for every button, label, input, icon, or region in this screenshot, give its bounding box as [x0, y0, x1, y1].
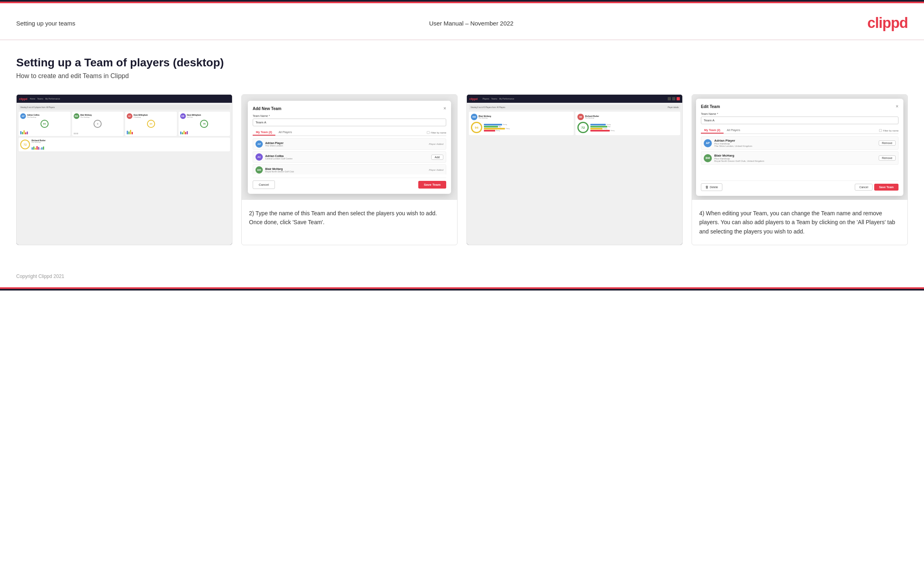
modal2-tab-myteam[interactable]: My Team (2) [253, 129, 275, 136]
card-1: clippd Home Teams My Performance Viewing… [16, 94, 232, 245]
player-info: Adrian Player The Shire London [265, 142, 426, 147]
header-section: Setting up your teams [16, 20, 75, 27]
trash-icon: 🗑 [705, 185, 709, 189]
card-2-text: 2) Type the name of this Team and then s… [242, 200, 457, 245]
page-title: Setting up a Team of players (desktop) [16, 56, 908, 69]
mini-player-card: AP Adrian Collins Plus Handicap 84 [19, 112, 70, 136]
modal4-tab-myteam[interactable]: My Team (2) [701, 127, 724, 134]
modal4-team-name-label: Team Name * [701, 112, 898, 115]
card-1-text: 1) Click on 'Teams' at the top of the sc… [17, 245, 232, 245]
mini-icon [677, 97, 680, 100]
modal2-cancel-button[interactable]: Cancel [253, 180, 275, 189]
player-avatar-4: BM [704, 154, 712, 162]
screenshot-3: clippd Players Teams My Performance View [467, 95, 682, 245]
modal2-save-button[interactable]: Save Team [418, 181, 446, 189]
mini-filter-bar-3: Viewing 6 out of 6 Players from: All Pla… [469, 105, 680, 110]
mini-nav-3: Players [483, 98, 490, 100]
modal4-close-icon[interactable]: × [896, 104, 898, 109]
modal2-player-list: AP Adrian Player The Shire London Player… [253, 138, 446, 174]
mini-logo-3: clippd [469, 98, 478, 100]
modal2-team-name-input[interactable] [253, 119, 446, 126]
modal4-player-row: BM Blair McHarg Plus Handicap Royal Nort… [701, 151, 898, 165]
bottom-accent-bar [0, 287, 924, 291]
mini-nav-item: Home [30, 98, 35, 100]
screenshot-1: clippd Home Teams My Performance Viewing… [17, 95, 232, 245]
mini-player-card: BM Blair McHarg Plus Handicap 0 [72, 112, 124, 136]
mini-player-card-3: RB Richard Butler Plus Handicap 72 [575, 112, 680, 135]
player-avatar-4: AP [704, 139, 712, 147]
mini-nav-3: My Performance [499, 98, 514, 100]
card-2: Add New Team × Team Name * My Team (2) A… [241, 94, 458, 245]
modal4-player-list: AP Adrian Player Plus Handicap The Shire… [701, 136, 898, 177]
mini-player-card: DB Dave Billingham Golf Club 78 [179, 112, 230, 136]
player-avatar: AP [255, 140, 263, 148]
mini-icon [672, 97, 675, 100]
screenshot-2: Add New Team × Team Name * My Team (2) A… [242, 95, 457, 200]
page-subtitle: How to create and edit Teams in Clippd [16, 72, 908, 80]
modal2-player-row: AC Adrian Coliba Central London Golf Cen… [253, 151, 446, 163]
mini-player-card: AC Dave Billingham 5 Handicap 94 [125, 112, 177, 136]
modal4-delete-button[interactable]: 🗑 Delete [701, 183, 722, 191]
modal4-filter-label: Filter by name [883, 129, 898, 132]
modal2-player-row: BM Blair McHarg Royal North Devon Golf C… [253, 164, 446, 174]
player-avatar: BM [255, 166, 263, 174]
copyright-text: Copyright Clippd 2021 [16, 274, 64, 279]
player-info: Adrian Coliba Central London Golf Centre [265, 155, 429, 160]
modal4-team-name-input[interactable] [701, 117, 898, 124]
player-info: Blair McHarg Royal North Devon Golf Club [265, 168, 426, 173]
modal2-close-icon[interactable]: × [443, 106, 446, 111]
modal4-save-button[interactable]: Save Team [874, 184, 898, 191]
cards-grid: clippd Home Teams My Performance Viewing… [16, 94, 908, 245]
player-add-button[interactable]: Add [431, 155, 443, 160]
card-3: clippd Players Teams My Performance View [466, 94, 683, 245]
mini-nav-item: Teams [37, 98, 43, 100]
mini-filter-bar: Viewing 6 out of 6 players from: All Pla… [19, 105, 230, 110]
modal4-title: Edit Team [701, 104, 720, 109]
modal2-team-name-label: Team Name * [253, 115, 446, 117]
player-remove-button[interactable]: Remove [879, 140, 896, 146]
mini-logo: clippd [19, 98, 28, 100]
mini-player-card-3: BM Blair McHarg Plus Handicap 94 [469, 112, 574, 135]
mini-nav-3: Teams [491, 98, 497, 100]
header-title: User Manual – November 2022 [429, 20, 513, 27]
mini-nav-item: My Performance [45, 98, 60, 100]
mini-icon [668, 97, 671, 100]
modal4-player-row: AP Adrian Player Plus Handicap The Shire… [701, 136, 898, 150]
modal2-title: Add New Team [253, 106, 281, 111]
player-info-4: Adrian Player Plus Handicap The Shire Lo… [714, 139, 876, 147]
modal4-cancel-button[interactable]: Cancel [855, 184, 873, 191]
clippd-logo: clippd [867, 15, 908, 32]
player-remove-button[interactable]: Remove [879, 155, 896, 161]
card-3-text: 3) This Team will then be created. You c… [467, 245, 682, 245]
modal4-tab-allplayers[interactable]: All Players [724, 127, 743, 134]
player-info-4: Blair McHarg Plus Handicap Royal North D… [714, 154, 876, 162]
card-4: Edit Team × Team Name * My Team (2) All … [692, 94, 908, 245]
player-avatar: AC [255, 153, 263, 161]
modal2-player-row: AP Adrian Player The Shire London Player… [253, 138, 446, 150]
mini-player-card-large: 72 Richard Butler Plus Handicap [19, 138, 230, 151]
modal2-filter-check[interactable] [427, 131, 430, 134]
card-4-text: 4) When editing your Team, you can chang… [692, 200, 907, 245]
player-added-label: Player Added [429, 143, 443, 145]
top-accent-bar [0, 0, 924, 3]
modal2-tab-allplayers[interactable]: All Players [275, 129, 295, 136]
screenshot-4: Edit Team × Team Name * My Team (2) All … [692, 95, 907, 200]
modal4-filter-check[interactable] [879, 129, 882, 132]
footer: Copyright Clippd 2021 [0, 269, 924, 287]
modal2-filter-label: Filter by name [431, 132, 446, 134]
header: Setting up your teams User Manual – Nove… [0, 3, 924, 40]
player-added-label: Player Added [429, 169, 443, 171]
main-content: Setting up a Team of players (desktop) H… [0, 40, 924, 269]
